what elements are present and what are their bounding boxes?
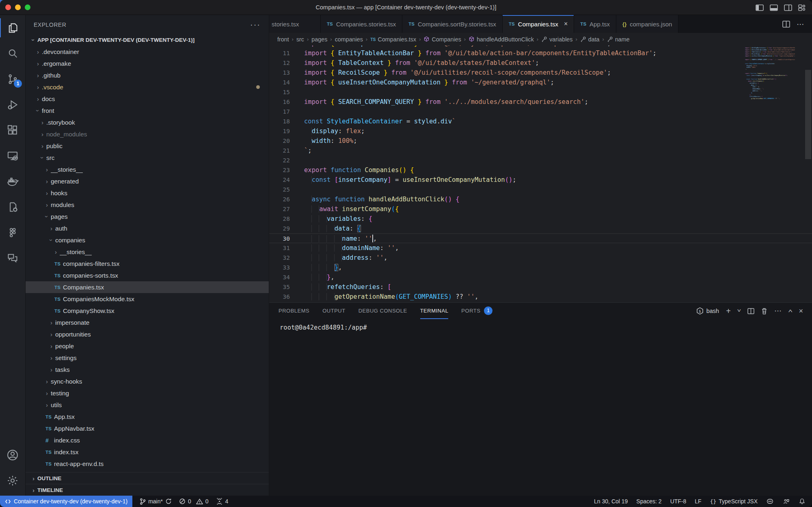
breadcrumb-companies[interactable]: companies — [335, 36, 363, 43]
terminal-dropdown-icon[interactable]: ˅ — [737, 308, 741, 314]
code-line-34[interactable]: 34 }, — [269, 272, 812, 282]
tab-companies-sortby-stories-tsx[interactable]: TSCompanies.sortBy.stories.tsx — [402, 15, 503, 33]
tab-companies-tsx[interactable]: TSCompanies.tsx× — [503, 15, 574, 33]
tab-companies-stories-tsx[interactable]: TSCompanies.stories.tsx — [321, 15, 402, 33]
code-editor[interactable]: 10import { WithTopBarContainer } from '@… — [269, 45, 812, 302]
code-line-25[interactable]: 25 — [269, 185, 812, 194]
git-branch-status[interactable]: main* — [140, 498, 172, 505]
breadcrumb-pages[interactable]: pages — [311, 36, 327, 43]
code-line-27[interactable]: 27 await insertCompany({ — [269, 204, 812, 214]
split-terminal-icon[interactable] — [747, 308, 754, 314]
tree-item-companies-tsx[interactable]: TSCompanies.tsx — [26, 281, 269, 293]
code-line-26[interactable]: 26 async function handleAddButtonClick()… — [269, 194, 812, 204]
breadcrumb-data[interactable]: data — [580, 36, 600, 43]
toggle-panel-icon[interactable] — [770, 4, 778, 11]
code-line-21[interactable]: 21`; — [269, 146, 812, 155]
code-line-14[interactable]: 14import { useInsertOneCompanyMutation }… — [269, 78, 812, 87]
toggle-secondary-sidebar-icon[interactable] — [784, 4, 792, 11]
tree-item-sync-hooks[interactable]: ›sync-hooks — [26, 375, 269, 387]
sidebar-section-outline[interactable]: ›OUTLINE — [26, 472, 269, 484]
ports-status[interactable]: 4 — [216, 498, 229, 505]
tree-item-utils[interactable]: ›utils — [26, 399, 269, 411]
status-cursor-position[interactable]: Ln 30, Col 19 — [594, 498, 628, 505]
tree-item-settings[interactable]: ›settings — [26, 352, 269, 364]
tab-companies-json[interactable]: {}companies.json — [616, 15, 678, 33]
tree-item-generated[interactable]: ›generated — [26, 175, 269, 187]
tree-item-stories[interactable]: ›__stories__ — [26, 246, 269, 258]
tree-item-github[interactable]: ›.github — [26, 69, 269, 81]
status-language-mode[interactable]: {}TypeScript JSX — [710, 498, 758, 505]
code-line-31[interactable]: 31 domainName: '', — [269, 243, 812, 253]
panel-tab-debug-console[interactable]: DEBUG CONSOLE — [358, 303, 407, 319]
customize-layout-icon[interactable] — [798, 4, 806, 11]
breadcrumb-name[interactable]: name — [607, 36, 630, 43]
code-line-24[interactable]: 24 const [insertCompany] = useInsertOneC… — [269, 175, 812, 185]
editor-scrollbar[interactable] — [805, 70, 811, 159]
problems-status[interactable]: 0 0 — [179, 498, 209, 505]
code-line-17[interactable]: 17 — [269, 107, 812, 117]
code-line-13[interactable]: 13import { RecoilScope } from '@/ui/util… — [269, 68, 812, 78]
panel-tab-problems[interactable]: PROBLEMS — [279, 303, 309, 319]
breadcrumb-companies[interactable]: Companies — [423, 36, 461, 43]
tree-item-stories[interactable]: ›__stories__ — [26, 164, 269, 175]
terminal[interactable]: root@0a42ecd84891:/app# — [269, 319, 812, 496]
more-actions-icon[interactable]: ⋯ — [797, 19, 805, 29]
tree-item-companies-sorts-tsx[interactable]: TScompanies-sorts.tsx — [26, 270, 269, 281]
tree-item-companies[interactable]: ›companies — [26, 234, 269, 246]
maximize-panel-icon[interactable]: ˄ — [788, 308, 793, 314]
tree-item-tasks[interactable]: ›tasks — [26, 364, 269, 375]
activity-dev-containers[interactable] — [0, 194, 25, 220]
status-feedback-icon[interactable] — [782, 498, 790, 505]
tree-item-companies-filters-tsx[interactable]: TScompanies-filters.tsx — [26, 258, 269, 270]
code-line-20[interactable]: 20 width: 100%; — [269, 136, 812, 146]
tree-item-modules[interactable]: ›modules — [26, 199, 269, 211]
tree-item-people[interactable]: ›people — [26, 340, 269, 352]
activity-docker[interactable] — [0, 168, 25, 194]
minimap[interactable]: import { WithTopBarContainer } from '@/u… — [742, 47, 795, 169]
code-line-19[interactable]: 19 display: flex; — [269, 126, 812, 136]
split-editor-icon[interactable] — [782, 21, 790, 28]
status-indentation[interactable]: Spaces: 2 — [636, 498, 661, 505]
tree-item-node-modules[interactable]: ›node_modules — [26, 128, 269, 140]
tree-item-companiesmockmode-tsx[interactable]: TSCompaniesMockMode.tsx — [26, 293, 269, 305]
activity-search[interactable] — [0, 41, 25, 66]
tree-item-hooks[interactable]: ›hooks — [26, 187, 269, 199]
activity-settings[interactable] — [0, 468, 25, 493]
code-line-16[interactable]: 16import { SEARCH_COMPANY_QUERY } from '… — [269, 97, 812, 107]
panel-more-actions-icon[interactable]: ⋯ — [774, 306, 782, 315]
activity-figma[interactable] — [0, 220, 25, 245]
breadcrumb-front[interactable]: front — [277, 36, 289, 43]
close-tab-icon[interactable]: × — [564, 20, 568, 28]
code-line-15[interactable]: 15 — [269, 87, 812, 97]
breadcrumb-variables[interactable]: variables — [541, 36, 572, 43]
code-line-23[interactable]: 23export function Companies() { — [269, 165, 812, 175]
new-terminal-icon[interactable]: + — [726, 306, 731, 316]
panel-tab-terminal[interactable]: TERMINAL — [420, 303, 449, 319]
tree-item-pages[interactable]: ›pages — [26, 211, 269, 222]
tree-item-testing[interactable]: ›testing — [26, 387, 269, 399]
tree-item-app-tsx[interactable]: TSApp.tsx — [26, 411, 269, 423]
activity-comments[interactable] — [0, 245, 25, 271]
activity-run-debug[interactable] — [0, 92, 25, 117]
status-encoding[interactable]: UTF-8 — [670, 498, 687, 505]
status-copilot-icon[interactable] — [766, 498, 774, 505]
code-line-35[interactable]: 35 refetchQueries: [ — [269, 282, 812, 292]
tree-item-devcontainer[interactable]: ›.devcontainer — [26, 46, 269, 58]
tree-item-impersonate[interactable]: ›impersonate — [26, 317, 269, 328]
breadcrumb-companies-tsx[interactable]: TSCompanies.tsx — [370, 36, 416, 43]
tree-item-front[interactable]: ›front — [26, 105, 269, 117]
tree-item-docs[interactable]: ›docs — [26, 93, 269, 105]
panel-tab-output[interactable]: OUTPUT — [322, 303, 345, 319]
code-line-11[interactable]: 11import { EntityTableActionBar } from '… — [269, 48, 812, 58]
code-line-32[interactable]: 32 address: '', — [269, 253, 812, 263]
shell-indicator[interactable]: $ bash — [696, 307, 719, 315]
tree-item-vscode[interactable]: ›.vscode — [26, 81, 269, 93]
code-line-30[interactable]: 30 name: '', — [269, 233, 812, 243]
code-line-28[interactable]: 28 variables: { — [269, 214, 812, 224]
tree-item-public[interactable]: ›public — [26, 140, 269, 152]
status-bell-icon[interactable] — [799, 498, 806, 505]
activity-accounts[interactable] — [0, 442, 25, 468]
status-eol[interactable]: LF — [695, 498, 701, 505]
close-panel-icon[interactable]: × — [799, 307, 803, 315]
activity-source-control[interactable]: 1 — [0, 66, 25, 92]
